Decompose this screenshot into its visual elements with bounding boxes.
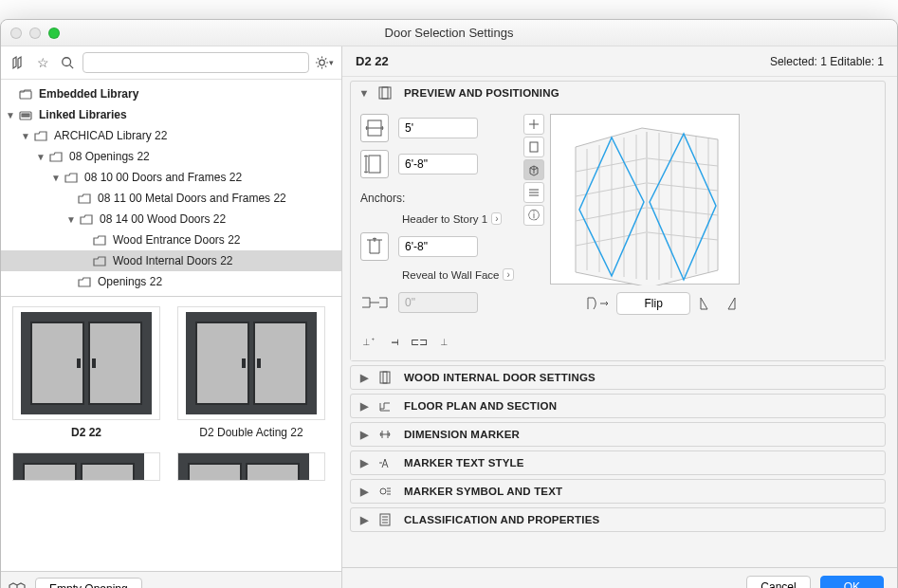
chevron-right-icon: ▶: [358, 457, 370, 469]
svg-rect-7: [379, 87, 391, 99]
panel-classification-properties: ▶ CLASSIFICATION AND PROPERTIES: [350, 507, 886, 532]
thumb-partial-2[interactable]: [175, 452, 327, 481]
gear-icon[interactable]: ▾: [315, 53, 334, 72]
swing-direction-icon[interactable]: [584, 294, 611, 313]
view-elevation-icon[interactable]: [523, 137, 544, 157]
chevron-right-icon: ▶: [358, 372, 370, 384]
window-controls: [10, 28, 60, 39]
tree-embedded-library[interactable]: Embedded Library: [1, 83, 341, 104]
mirror-left-icon[interactable]: [696, 294, 715, 313]
dimension-controls: Anchors: Header to Story 1 › Reveal to W…: [360, 114, 514, 351]
library-toolbar: ☆ ▾: [1, 46, 341, 80]
anchor-option-2-icon[interactable]: ⫤: [385, 332, 404, 351]
symbol-text-icon: [377, 485, 393, 498]
tree-metal-doors[interactable]: 08 11 00 Metal Doors and Frames 22: [1, 188, 341, 209]
svg-rect-8: [382, 87, 388, 99]
height-icon: [360, 150, 389, 178]
search-input[interactable]: [82, 52, 309, 73]
chevron-down-icon[interactable]: ▼: [65, 214, 77, 225]
panel-wood-internal-settings: ▶ WOOD INTERNAL DOOR SETTINGS: [350, 365, 886, 390]
search-icon[interactable]: [58, 53, 77, 72]
thumb-d2-double-acting[interactable]: D2 Double Acting 22: [175, 306, 327, 439]
chevron-right-icon: ▶: [358, 429, 370, 441]
door-3d-preview[interactable]: [550, 114, 740, 285]
chevron-down-icon[interactable]: ▼: [35, 152, 46, 162]
header-to-story-label[interactable]: Header to Story 1 ›: [402, 212, 514, 225]
view-plan-icon[interactable]: [523, 114, 544, 135]
view-info-icon[interactable]: ⓘ: [523, 205, 544, 226]
tree-wood-internal[interactable]: Wood Internal Doors 22: [1, 250, 341, 271]
tree-wood-entrance[interactable]: Wood Entrance Doors 22: [1, 230, 341, 250]
svg-rect-10: [369, 156, 380, 173]
mirror-right-icon[interactable]: [721, 294, 740, 313]
properties-icon: [377, 513, 393, 526]
library-footer: Empty Opening: [1, 571, 341, 588]
element-name: D2 22: [356, 54, 389, 68]
close-window-icon[interactable]: [10, 28, 22, 39]
settings-window: Door Selection Settings ☆ ▾: [0, 19, 898, 588]
preview-icon: [377, 86, 393, 100]
chevron-right-icon[interactable]: ›: [491, 212, 502, 225]
minimize-window-icon[interactable]: [29, 28, 41, 39]
chevron-down-icon: ▼: [358, 87, 370, 99]
text-style-icon: [377, 456, 393, 469]
zoom-window-icon[interactable]: [48, 28, 60, 39]
cancel-button[interactable]: Cancel: [746, 576, 810, 588]
tree-openings[interactable]: ▼ 08 Openings 22: [1, 146, 341, 167]
dialog-footer: Cancel OK: [342, 567, 897, 588]
settings-header: D2 22 Selected: 1 Editable: 1: [342, 46, 897, 77]
library-tree[interactable]: Embedded Library ▼ Linked Libraries ▼ AR…: [1, 80, 341, 296]
library-panel: ☆ ▾ Embedded Library ▼ Linked: [1, 46, 342, 588]
panel-header[interactable]: ▼ PREVIEW AND POSITIONING: [351, 82, 885, 104]
empty-opening-button[interactable]: Empty Opening: [35, 578, 142, 588]
panel-preview-positioning: ▼ PREVIEW AND POSITIONING: [350, 81, 886, 361]
width-icon: [360, 114, 389, 142]
svg-rect-6: [22, 116, 29, 117]
chevron-right-icon: ▶: [358, 514, 370, 526]
panels-container: ▼ PREVIEW AND POSITIONING: [342, 77, 897, 567]
chevron-right-icon[interactable]: ›: [503, 268, 513, 281]
tree-doors-frames[interactable]: ▼ 08 10 00 Doors and Frames 22: [1, 167, 341, 188]
view-3d-icon[interactable]: [523, 159, 544, 180]
panel-dimension-marker: ▶ DIMENSION MARKER: [350, 422, 886, 447]
tree-linked-libraries[interactable]: ▼ Linked Libraries: [1, 104, 341, 125]
header-anchor-icon: [360, 232, 389, 261]
panel-marker-text-style: ▶ MARKER TEXT STYLE: [350, 450, 886, 475]
chevron-right-icon: ▶: [358, 486, 370, 498]
chevron-down-icon[interactable]: ▼: [20, 131, 31, 141]
anchor-option-3-icon[interactable]: ⊏⊐: [410, 332, 429, 351]
svg-rect-33: [383, 372, 387, 383]
chevron-down-icon[interactable]: ▼: [5, 110, 16, 120]
selection-status: Selected: 1 Editable: 1: [770, 55, 884, 68]
anchor-option-1-icon[interactable]: ⟂⁺: [360, 332, 379, 351]
view-section-icon[interactable]: [523, 182, 544, 203]
ok-button[interactable]: OK: [820, 576, 884, 588]
tree-archicad-lib[interactable]: ▼ ARCHICAD Library 22: [1, 125, 341, 146]
svg-point-0: [63, 58, 71, 66]
header-anchor-input[interactable]: [398, 236, 478, 257]
reveal-anchor-input: [398, 292, 478, 313]
library-manager-icon[interactable]: [9, 579, 27, 588]
chevron-right-icon: ▶: [358, 400, 370, 413]
svg-line-1: [70, 65, 74, 69]
svg-point-2: [320, 60, 325, 65]
anchors-label: Anchors:: [360, 192, 514, 205]
panel-marker-symbol-text: ▶ MARKER SYMBOL AND TEXT: [350, 479, 886, 504]
flip-button[interactable]: Flip: [616, 292, 689, 315]
reveal-to-wall-label[interactable]: Reveal to Wall Face ›: [402, 268, 514, 281]
chevron-down-icon[interactable]: ▼: [50, 173, 62, 183]
favorite-icon[interactable]: ☆: [33, 53, 52, 72]
door-settings-icon: [377, 371, 393, 384]
tree-wood-doors[interactable]: ▼ 08 14 00 Wood Doors 22: [1, 209, 341, 230]
thumbnail-grid[interactable]: D2 22 D2 Double Acting 22: [1, 296, 341, 571]
tree-openings-2[interactable]: Openings 22: [1, 271, 341, 292]
anchor-option-4-icon[interactable]: ⟂: [434, 332, 453, 351]
thumb-partial-1[interactable]: [10, 452, 162, 481]
settings-panel: D2 22 Selected: 1 Editable: 1 ▼ PREVIEW …: [342, 46, 897, 588]
panel-floor-plan-section: ▶ FLOOR PLAN AND SECTION: [350, 394, 886, 418]
thumb-d2-22[interactable]: D2 22: [10, 306, 162, 439]
height-input[interactable]: [398, 154, 478, 175]
width-input[interactable]: [398, 118, 478, 138]
dimension-icon: [377, 428, 393, 441]
library-mode-icon[interactable]: [9, 53, 27, 72]
